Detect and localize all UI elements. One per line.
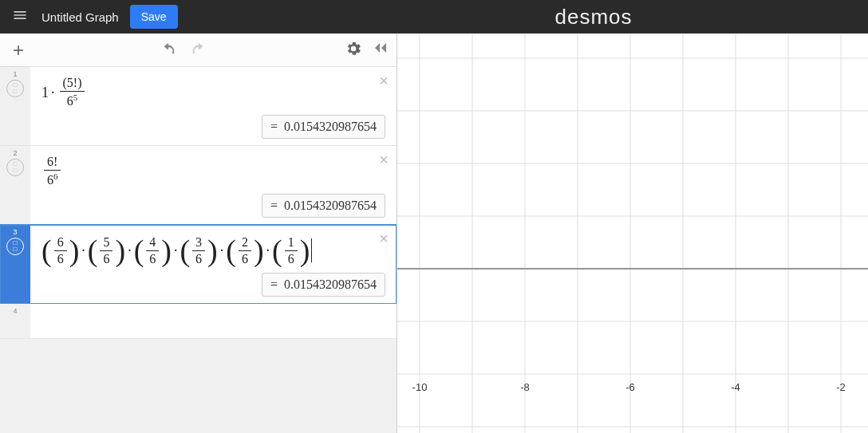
- delete-expression-button[interactable]: ×: [379, 151, 389, 169]
- app-header: Untitled Graph Save desmos: [0, 0, 868, 33]
- expression-body[interactable]: × (66)·(56)·(46)·(36)·(26)·(16) = 0.0154…: [30, 225, 397, 303]
- menu-icon[interactable]: [8, 3, 32, 30]
- expression-type-icon[interactable]: □□: [6, 159, 24, 176]
- expression-index: 1: [13, 70, 17, 78]
- expression-body[interactable]: × 6! 66 = 0.0154320987654: [30, 146, 397, 224]
- expression-gutter: 2 □□: [0, 146, 30, 224]
- svg-text:-2: -2: [836, 381, 846, 393]
- expression-result: = 0.0154320987654: [41, 273, 385, 297]
- expression-row[interactable]: 2 □□ × 6! 66 = 0.0154320987654: [0, 146, 397, 225]
- expression-row-empty[interactable]: 4: [0, 304, 397, 339]
- svg-text:-10: -10: [412, 381, 428, 393]
- graph-title[interactable]: Untitled Graph: [41, 10, 119, 24]
- expression-row[interactable]: 1 □□ × 1· (5!) 65 = 0.0154320987654: [0, 67, 397, 146]
- panel-toolbar: +: [0, 33, 397, 67]
- expression-gutter: 1 □□: [0, 67, 30, 145]
- expression-math[interactable]: 6! 66: [41, 154, 385, 189]
- collapse-panel-button[interactable]: [373, 41, 389, 58]
- svg-text:-4: -4: [731, 381, 740, 393]
- expression-index: 2: [13, 149, 17, 157]
- expression-index: 3: [13, 228, 17, 236]
- redo-button[interactable]: [190, 41, 207, 59]
- expression-math[interactable]: (66)·(56)·(46)·(36)·(26)·(16): [41, 233, 385, 268]
- expression-gutter: 4: [0, 304, 30, 338]
- undo-button[interactable]: [160, 41, 177, 59]
- expression-panel: + 1 □□: [0, 33, 397, 433]
- expression-index: 4: [13, 307, 17, 315]
- delete-expression-button[interactable]: ×: [379, 72, 389, 90]
- expression-list: 1 □□ × 1· (5!) 65 = 0.0154320987654: [0, 67, 397, 433]
- expression-type-icon[interactable]: □□: [6, 238, 24, 255]
- expression-row[interactable]: 3 □□ × (66)·(56)·(46)·(36)·(26)·(16) = 0…: [0, 225, 397, 304]
- svg-text:-6: -6: [625, 381, 635, 393]
- expression-gutter: 3 □□: [0, 225, 30, 303]
- settings-button[interactable]: [345, 41, 361, 60]
- main-area: + 1 □□: [0, 33, 868, 433]
- expression-body[interactable]: [30, 304, 397, 352]
- expression-math[interactable]: 1· (5!) 65: [41, 75, 385, 110]
- expression-result: = 0.0154320987654: [41, 115, 385, 139]
- graph-canvas[interactable]: -10-8-6-4-2: [397, 33, 868, 433]
- expression-body[interactable]: × 1· (5!) 65 = 0.0154320987654: [30, 67, 397, 145]
- add-expression-button[interactable]: +: [8, 39, 29, 61]
- save-button[interactable]: Save: [130, 5, 178, 29]
- delete-expression-button[interactable]: ×: [379, 230, 389, 248]
- expression-result: = 0.0154320987654: [41, 194, 385, 218]
- svg-text:-8: -8: [520, 381, 530, 393]
- graph-grid: -10-8-6-4-2: [397, 33, 868, 433]
- expression-type-icon[interactable]: □□: [6, 80, 24, 97]
